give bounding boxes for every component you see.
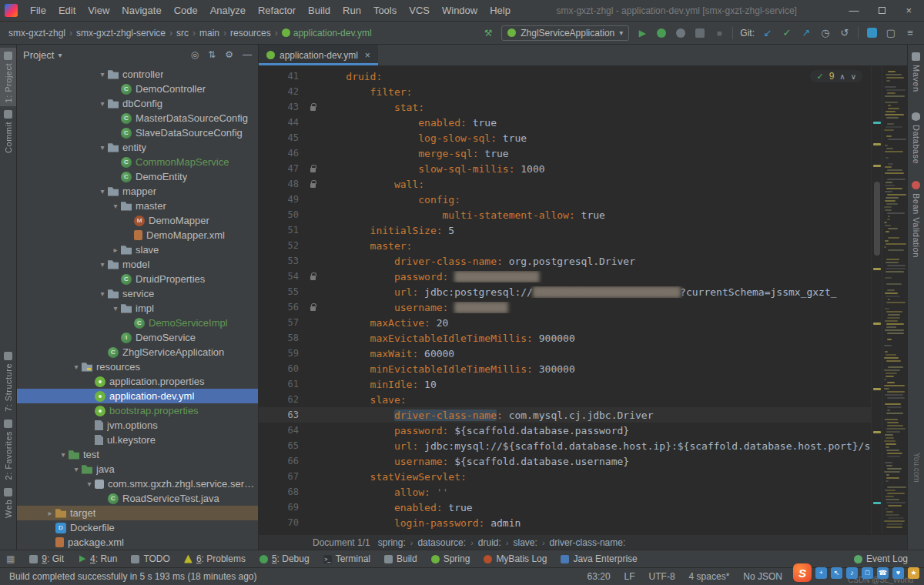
line-number[interactable]: 62 [259,394,303,405]
tree-item-mapper[interactable]: ▾mapper [17,184,258,199]
toolwindow-java-enterprise[interactable]: Java Enterprise [554,553,644,564]
line-number[interactable]: 53 [259,256,303,266]
remote-tools-icon[interactable] [867,28,877,38]
screen-icon[interactable]: □ [862,567,873,579]
line-number[interactable]: 45 [259,132,303,143]
line-number[interactable]: 41 [259,71,303,82]
line-separator[interactable]: LF [624,571,635,582]
line-number[interactable]: 63 [259,410,303,420]
menu-item-run[interactable]: Run [336,0,367,22]
menu-item-vcs[interactable]: VCS [403,0,436,22]
line-number[interactable]: 58 [259,333,303,343]
toolwindow-problems[interactable]: 6: Problems [177,553,253,564]
breadcrumb-main[interactable]: main [199,28,220,38]
menu-item-refactor[interactable]: Refactor [252,0,302,22]
tree-item-application-dev-yml[interactable]: application-dev.yml [17,389,258,403]
tree-item-ul-keystore[interactable]: ul.keystore [17,433,258,447]
code-line-58[interactable]: 58 maxEvictableIdleTimeMillis: 900000 [259,330,871,346]
line-number[interactable]: 46 [259,148,303,159]
line-number[interactable]: 52 [259,240,303,251]
tree-item-dockerfile[interactable]: Dockerfile [17,520,258,535]
code-line-64[interactable]: 64 password: ${scaffold.database.passwor… [259,423,871,438]
editor-breadcrumb-druid[interactable]: druid: [478,537,501,548]
coverage-button[interactable] [676,28,685,38]
git-push-icon[interactable]: ↗ [800,27,812,39]
expand-arrow[interactable]: ▾ [110,202,121,210]
menu-item-file[interactable]: File [24,0,52,22]
cursor-position[interactable]: 63:20 [588,571,611,582]
editor-scrollbar[interactable] [871,66,882,534]
editor-breadcrumb-document-1-1[interactable]: Document 1/1 [313,537,370,548]
build-hammer-icon[interactable]: ⚒ [482,27,494,39]
expand-arrow[interactable]: ▾ [110,304,121,313]
chevron-down-icon[interactable]: ▾ [58,51,62,59]
tool-button-7-structure[interactable]: 7: Structure [0,348,16,416]
plus-icon[interactable]: + [815,567,827,579]
tool-button-database[interactable]: Database [912,112,921,164]
line-number[interactable]: 68 [259,486,303,497]
maximize-button[interactable] [879,7,886,14]
close-tab-icon[interactable]: × [365,50,370,61]
menu-item-code[interactable]: Code [168,0,204,22]
line-number[interactable]: 59 [259,348,303,359]
code-line-42[interactable]: 42 filter: [259,84,871,99]
expand-arrow[interactable]: ▾ [97,260,108,269]
line-number[interactable]: 49 [259,194,303,205]
git-commit-icon[interactable]: ✓ [781,27,793,39]
code-line-59[interactable]: 59 maxWait: 60000 [259,346,871,361]
code-line-54[interactable]: 54 password: ████████████████ [259,269,871,284]
code-line-44[interactable]: 44 enabled: true [259,115,871,130]
code-line-66[interactable]: 66 username: ${scaffold.database.usernam… [259,453,871,469]
prev-problem-icon[interactable]: ∧ [839,72,845,81]
line-number[interactable]: 65 [259,440,303,451]
code-line-56[interactable]: 56 username: ██████████ [259,299,871,315]
code-line-60[interactable]: 60 minEvictableIdleTimeMillis: 300000 [259,361,871,376]
code-line-51[interactable]: 51 initialSize: 5 [259,222,871,238]
tree-item-druidproperties[interactable]: DruidProperties [17,272,258,286]
menu-item-edit[interactable]: Edit [52,0,82,22]
tree-item-resources[interactable]: ▾resources [17,359,258,374]
capture-toolbar[interactable]: S +↖♪□☎♥★ [793,563,919,582]
tool-button-maven[interactable]: Maven [912,52,921,92]
tool-button-1-project[interactable]: 1: Project [0,48,16,106]
tree-item-bootstrap-properties[interactable]: bootstrap.properties [17,403,258,418]
code-line-48[interactable]: 48 wall: [259,176,871,192]
line-number[interactable]: 55 [259,286,303,297]
json-schema-status[interactable]: No JSON [743,571,782,582]
minimize-button[interactable]: — [849,0,859,22]
settings-gear-icon[interactable]: ⚙ [225,49,233,60]
collapse-all-icon[interactable]: ⇅ [208,49,216,60]
menu-item-view[interactable]: View [82,0,116,22]
toolwindow-event-log[interactable]: Event Log [847,553,915,564]
code-line-53[interactable]: 53 driver-class-name: org.postgresql.Dri… [259,253,871,269]
code-line-63[interactable]: 63 driver-class-name: com.mysql.cj.jdbc.… [259,407,871,423]
tree-item-democontroller[interactable]: DemoController [17,82,258,96]
breadcrumb-src[interactable]: src [176,28,189,38]
profiler-button[interactable] [695,28,705,38]
editor-breadcrumb-driver-class-name[interactable]: driver-class-name: [550,537,626,548]
line-number[interactable]: 57 [259,317,303,328]
status-message[interactable]: Build completed successfully in 5 s 193 … [9,571,257,582]
menu-item-navigate[interactable]: Navigate [116,0,167,22]
stop-button[interactable]: ■ [713,27,725,39]
toolwindow-terminal[interactable]: >_Terminal [316,553,377,564]
tree-item-model[interactable]: ▾model [17,257,258,272]
close-button[interactable]: × [906,0,912,22]
code-line-70[interactable]: 70 login-password: admin [259,515,871,530]
code-line-45[interactable]: 45 log-slow-sql: true [259,130,871,145]
line-number[interactable]: 64 [259,425,303,436]
tree-item-commonmapservice[interactable]: CommonMapService [17,155,258,169]
code-line-62[interactable]: 62 slave: [259,392,871,407]
tree-item-jvm-options[interactable]: jvm.options [17,418,258,433]
code-line-52[interactable]: 52 master: [259,238,871,253]
tree-item-com-smx-gxzh-zhgl-service-service[interactable]: ▾com.smx.gxzh.zhgl.service.service [17,476,258,491]
file-encoding[interactable]: UTF-8 [649,571,675,582]
breadcrumb-application-dev-yml[interactable]: application-dev.yml [281,28,373,38]
next-problem-icon[interactable]: ∨ [851,72,856,81]
line-number[interactable]: 66 [259,456,303,466]
line-number[interactable]: 43 [259,102,303,112]
expand-arrow[interactable]: ▸ [45,509,55,517]
line-number[interactable]: 50 [259,209,303,220]
hide-panel-icon[interactable]: — [243,49,252,60]
tree-item-target[interactable]: ▸target [17,506,258,520]
